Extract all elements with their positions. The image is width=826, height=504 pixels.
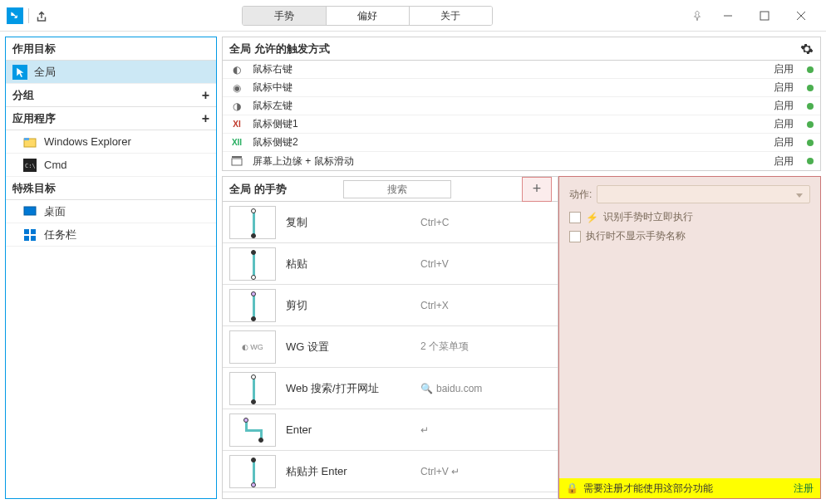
gesture-preview bbox=[229, 247, 276, 281]
svg-rect-11 bbox=[31, 229, 36, 234]
special-header: 特殊目标 bbox=[6, 177, 216, 200]
pin-button[interactable] bbox=[685, 1, 710, 31]
sidebar: 作用目标 全局 分组+ 应用程序+ Windows Explorer C:\ C… bbox=[5, 37, 217, 499]
add-app-button[interactable]: + bbox=[202, 111, 209, 126]
scope-header: 作用目标 bbox=[6, 37, 216, 61]
register-bar: 🔒 需要注册才能使用这部分功能 注册 bbox=[559, 478, 820, 498]
status-dot-icon bbox=[807, 139, 814, 146]
gesture-row[interactable]: 粘贴并 Enter Ctrl+V ↵ bbox=[223, 451, 558, 492]
trigger-row[interactable]: ◐ 鼠标右键 启用 bbox=[223, 61, 820, 79]
side1-icon: XI bbox=[229, 120, 244, 129]
app-icon bbox=[7, 7, 23, 24]
close-button[interactable] bbox=[783, 1, 819, 31]
sidebar-item-label: 全局 bbox=[34, 65, 56, 80]
svg-text:C:\: C:\ bbox=[25, 163, 36, 169]
status-dot-icon bbox=[807, 85, 814, 91]
group-header: 分组+ bbox=[6, 84, 216, 107]
tab-gestures[interactable]: 手势 bbox=[243, 7, 326, 25]
gesture-row[interactable]: ◐WG WG 设置 2 个菜单项 bbox=[223, 326, 558, 368]
checkbox-hidename[interactable] bbox=[569, 231, 581, 242]
triggers-title: 全局 允许的触发方式 bbox=[229, 42, 330, 56]
sidebar-item-label: 任务栏 bbox=[44, 228, 76, 242]
gesture-preview bbox=[229, 206, 276, 239]
titlebar: 手势 偏好 关于 bbox=[0, 0, 826, 32]
gestures-column: 全局 的手势 + 复制 Ctrl+C bbox=[223, 177, 558, 498]
gesture-preview bbox=[229, 413, 276, 447]
minimize-button[interactable] bbox=[710, 1, 746, 31]
svg-rect-12 bbox=[24, 236, 29, 241]
tab-preferences[interactable]: 偏好 bbox=[326, 7, 409, 25]
svg-rect-6 bbox=[24, 138, 29, 140]
bolt-icon: ⚡ bbox=[586, 212, 598, 223]
maximize-button[interactable] bbox=[746, 1, 783, 31]
gesture-row[interactable]: Web 搜索/打开网址 🔍baidu.com bbox=[223, 368, 558, 409]
svg-rect-10 bbox=[24, 229, 29, 234]
sidebar-item-desktop[interactable]: 桌面 bbox=[6, 200, 216, 223]
svg-rect-1 bbox=[760, 12, 769, 20]
checkbox-immediate[interactable] bbox=[569, 212, 581, 223]
add-group-button[interactable]: + bbox=[202, 88, 209, 103]
sidebar-item-global[interactable]: 全局 bbox=[6, 61, 216, 84]
cmd-icon: C:\ bbox=[22, 158, 37, 173]
trigger-row[interactable]: ◉ 鼠标中键 启用 bbox=[223, 79, 820, 97]
actions-column: 动作: ⚡ 识别手势时立即执行 执行时不显示手势名称 🔒 需要 bbox=[558, 176, 821, 499]
action-label: 动作: bbox=[569, 188, 592, 202]
sidebar-item-label: Windows Explorer bbox=[44, 135, 131, 148]
status-dot-icon bbox=[807, 121, 814, 128]
svg-rect-9 bbox=[24, 207, 36, 215]
sidebar-item-label: 桌面 bbox=[44, 204, 66, 219]
sidebar-item-cmd[interactable]: C:\ Cmd bbox=[6, 154, 216, 177]
edge-icon bbox=[229, 156, 244, 166]
cursor-icon bbox=[12, 65, 27, 80]
search-glyph-icon: 🔍 bbox=[420, 383, 433, 394]
svg-rect-13 bbox=[31, 236, 36, 241]
gestures-title: 全局 的手势 bbox=[229, 182, 287, 197]
action-select[interactable] bbox=[597, 185, 810, 203]
trigger-row[interactable]: 屏幕上边缘 + 鼠标滑动 启用 bbox=[223, 152, 820, 170]
sidebar-item-label: Cmd bbox=[44, 159, 66, 171]
status-dot-icon bbox=[807, 103, 814, 110]
mouse-middle-icon: ◉ bbox=[229, 82, 244, 94]
gesture-preview: ◐WG bbox=[229, 330, 276, 364]
main-tabs: 手势 偏好 关于 bbox=[242, 6, 493, 26]
explorer-icon bbox=[22, 135, 37, 149]
sidebar-item-explorer[interactable]: Windows Explorer bbox=[6, 130, 216, 154]
status-dot-icon bbox=[807, 66, 814, 73]
trigger-row[interactable]: XI 鼠标侧键1 启用 bbox=[223, 115, 820, 134]
trigger-row[interactable]: ◑ 鼠标左键 启用 bbox=[223, 97, 820, 115]
apps-header: 应用程序+ bbox=[6, 107, 216, 130]
side2-icon: XII bbox=[229, 138, 244, 147]
status-dot-icon bbox=[807, 158, 814, 164]
register-link[interactable]: 注册 bbox=[794, 482, 814, 496]
mouse-right-icon: ◐ bbox=[229, 64, 244, 76]
add-gesture-button[interactable]: + bbox=[522, 177, 552, 202]
sidebar-item-taskbar[interactable]: 任务栏 bbox=[6, 223, 216, 247]
mouse-left-icon: ◑ bbox=[229, 100, 244, 112]
gesture-preview bbox=[229, 289, 276, 322]
desktop-icon bbox=[22, 204, 37, 219]
trigger-row[interactable]: XII 鼠标侧键2 启用 bbox=[223, 134, 820, 152]
svg-rect-14 bbox=[232, 159, 242, 165]
gesture-preview bbox=[229, 455, 276, 488]
search-input[interactable] bbox=[343, 180, 451, 198]
gesture-row[interactable]: 剪切 Ctrl+X bbox=[223, 285, 558, 326]
lock-icon: 🔒 bbox=[566, 482, 578, 494]
gesture-row[interactable]: 粘贴 Ctrl+V bbox=[223, 243, 558, 285]
gesture-row[interactable]: Enter ↵ bbox=[223, 409, 558, 451]
windows-icon bbox=[22, 228, 37, 242]
share-icon[interactable] bbox=[34, 8, 49, 23]
triggers-panel: 全局 允许的触发方式 ◐ 鼠标右键 启用 ◉ 鼠标中键 启用 ◑ 鼠标左键 启用 bbox=[222, 37, 821, 171]
gear-icon[interactable] bbox=[800, 42, 814, 56]
tab-about[interactable]: 关于 bbox=[409, 7, 492, 25]
gesture-row[interactable]: 复制 Ctrl+C bbox=[223, 202, 558, 243]
gesture-preview bbox=[229, 372, 276, 405]
